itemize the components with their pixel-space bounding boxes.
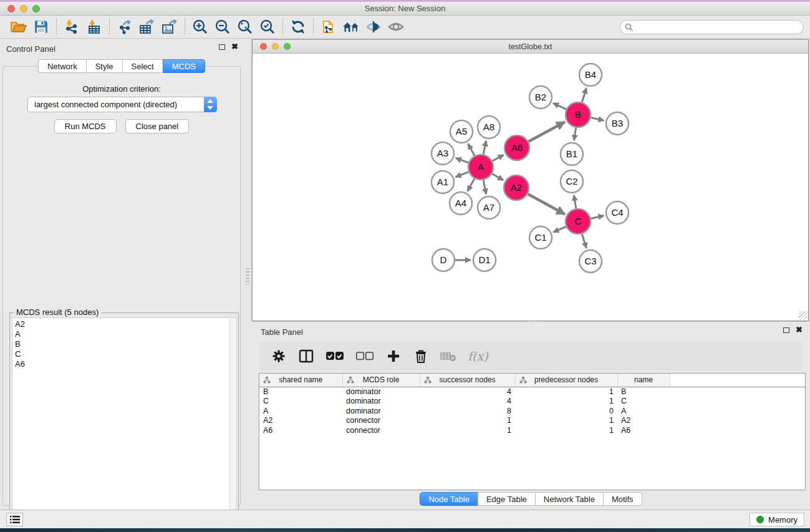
- table-row[interactable]: A6connector11A6: [259, 425, 806, 435]
- table-cell[interactable]: 1: [515, 397, 617, 407]
- table-cell[interactable]: A6: [259, 425, 342, 435]
- node-A1[interactable]: A1: [432, 171, 454, 193]
- mcds-result-item[interactable]: A: [15, 329, 230, 339]
- table-row[interactable]: Adominator80A: [259, 406, 806, 416]
- tab-select[interactable]: Select: [122, 59, 163, 73]
- table-cell[interactable]: C: [617, 397, 670, 407]
- node-A4[interactable]: A4: [450, 192, 472, 215]
- table-cell[interactable]: 4: [420, 397, 515, 407]
- edge-B-B1[interactable]: [574, 128, 576, 141]
- node-B[interactable]: B: [566, 102, 591, 127]
- table-cell[interactable]: dominator: [342, 406, 420, 416]
- close-window-button[interactable]: [7, 5, 15, 12]
- edge-A-A3[interactable]: [456, 158, 469, 162]
- edge-B-B4[interactable]: [582, 88, 586, 102]
- zoom-out-button[interactable]: [211, 17, 234, 36]
- mcds-list-scrollbar[interactable]: [229, 317, 236, 525]
- tab-motifs[interactable]: Motifs: [603, 492, 642, 506]
- table-cell[interactable]: 1: [515, 416, 617, 426]
- edge-B-B2[interactable]: [553, 103, 566, 109]
- home-view-button[interactable]: [340, 17, 362, 36]
- network-from-file-button[interactable]: [317, 17, 340, 36]
- task-history-button[interactable]: [6, 513, 23, 526]
- node-C1[interactable]: C1: [529, 226, 552, 249]
- tab-edge-table[interactable]: Edge Table: [478, 492, 535, 506]
- node-C2[interactable]: C2: [561, 170, 583, 193]
- tab-mcds[interactable]: MCDS: [163, 59, 205, 73]
- node-A6[interactable]: A6: [504, 135, 529, 160]
- tab-network-table[interactable]: Network Table: [535, 492, 603, 506]
- edge-A6-B[interactable]: [528, 122, 564, 142]
- node-A2[interactable]: A2: [504, 175, 529, 200]
- minimize-network-window-button[interactable]: [272, 43, 279, 50]
- table-cell[interactable]: A: [617, 406, 670, 416]
- table-settings-button[interactable]: [271, 348, 287, 364]
- mcds-result-item[interactable]: C: [15, 349, 230, 359]
- close-panel-icon[interactable]: ✖: [231, 44, 238, 50]
- table-cell[interactable]: B: [259, 387, 342, 397]
- column-header-successor-nodes[interactable]: successor nodes: [420, 374, 515, 387]
- tab-node-table[interactable]: Node Table: [420, 492, 478, 506]
- float-panel-icon[interactable]: [219, 44, 225, 50]
- window-resize-grip[interactable]: [799, 311, 808, 320]
- close-panel-icon[interactable]: ✖: [796, 327, 803, 333]
- edge-A-A6[interactable]: [493, 155, 504, 161]
- splitter-handle[interactable]: [246, 268, 249, 284]
- close-network-window-button[interactable]: [260, 43, 267, 50]
- node-B4[interactable]: B4: [579, 64, 602, 86]
- import-network-button[interactable]: [60, 17, 83, 36]
- mcds-result-list[interactable]: A2ABCA6: [12, 317, 231, 525]
- table-cell[interactable]: A: [259, 406, 342, 416]
- node-A7[interactable]: A7: [478, 196, 500, 219]
- table-row[interactable]: Cdominator41C: [259, 397, 806, 407]
- hide-graphics-details-button[interactable]: [362, 17, 385, 36]
- table-cell[interactable]: A6: [617, 425, 670, 435]
- table-cell[interactable]: dominator: [342, 397, 420, 407]
- export-table-button[interactable]: [136, 17, 158, 36]
- tab-network[interactable]: Network: [38, 59, 86, 73]
- export-image-button[interactable]: [158, 17, 181, 36]
- zoom-window-button[interactable]: [32, 5, 40, 12]
- table-cell[interactable]: 0: [515, 406, 617, 416]
- edge-A-A7[interactable]: [483, 180, 486, 195]
- criterion-dropdown[interactable]: largest connected component (directed): [27, 97, 217, 112]
- network-graph[interactable]: AA1A2A3A4A5A6A7A8BB1B2B3B4CC1C2C3C4DD1: [253, 54, 808, 321]
- table-cell[interactable]: connector: [342, 425, 420, 435]
- table-row[interactable]: Bdominator41B: [259, 387, 806, 397]
- node-A5[interactable]: A5: [450, 120, 473, 143]
- table-cell[interactable]: connector: [342, 416, 420, 426]
- show-graphics-details-button[interactable]: [385, 17, 407, 36]
- show-columns-button[interactable]: [298, 348, 314, 364]
- edge-A2-C[interactable]: [528, 194, 564, 214]
- node-C4[interactable]: C4: [606, 201, 629, 224]
- mcds-result-item[interactable]: A6: [15, 359, 230, 369]
- node-C3[interactable]: C3: [579, 250, 602, 273]
- node-A[interactable]: A: [468, 155, 493, 180]
- column-header-name[interactable]: name: [617, 374, 670, 387]
- table-cell[interactable]: A2: [259, 416, 342, 426]
- mcds-result-item[interactable]: A2: [15, 319, 230, 329]
- zoom-in-button[interactable]: [189, 17, 211, 36]
- zoom-network-window-button[interactable]: [284, 43, 291, 50]
- table-row[interactable]: A2connector11A2: [259, 416, 806, 426]
- deselect-all-checkboxes-button[interactable]: [355, 348, 374, 364]
- edge-A-A5[interactable]: [468, 143, 475, 155]
- node-B2[interactable]: B2: [529, 86, 552, 109]
- node-C[interactable]: C: [566, 209, 591, 234]
- network-window-titlebar[interactable]: testGlobe.txt: [253, 40, 808, 54]
- edge-C-C3[interactable]: [582, 234, 586, 248]
- edge-C-C4[interactable]: [591, 216, 604, 219]
- import-table-button[interactable]: [83, 17, 105, 36]
- open-session-button[interactable]: [7, 17, 30, 36]
- edge-C-C1[interactable]: [553, 226, 566, 232]
- column-header-predecessor-nodes[interactable]: predecessor nodes: [515, 374, 617, 387]
- close-panel-button[interactable]: Close panel: [125, 119, 190, 133]
- table-cell[interactable]: 1: [515, 425, 617, 435]
- zoom-fit-button[interactable]: [234, 17, 256, 36]
- vertical-splitter[interactable]: [243, 39, 252, 510]
- run-mcds-button[interactable]: Run MCDS: [54, 119, 117, 133]
- delete-table-button[interactable]: [440, 348, 456, 364]
- column-header-shared-name[interactable]: shared name: [259, 374, 342, 387]
- memory-button[interactable]: Memory: [750, 513, 804, 526]
- table-cell[interactable]: C: [259, 397, 342, 407]
